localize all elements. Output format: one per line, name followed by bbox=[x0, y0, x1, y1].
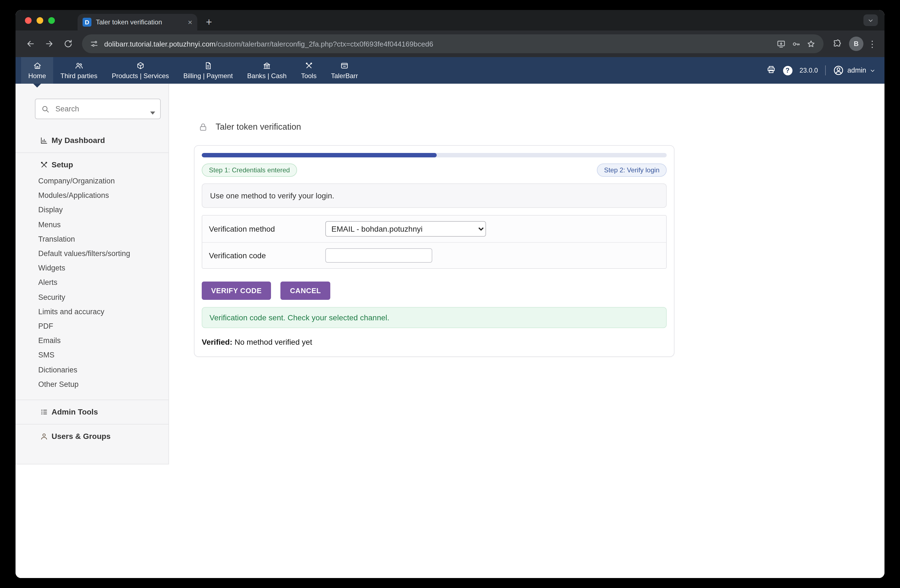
sidebar-link-other-setup[interactable]: Other Setup bbox=[16, 377, 169, 392]
nav-divider bbox=[825, 65, 826, 75]
search-dropdown-caret-icon[interactable] bbox=[150, 108, 155, 116]
progress-bar bbox=[202, 153, 667, 157]
method-label: Verification method bbox=[209, 225, 325, 233]
tab-search-chevron-icon[interactable] bbox=[863, 14, 878, 26]
tab-close-icon[interactable]: × bbox=[188, 18, 192, 26]
sidebar-link-widgets[interactable]: Widgets bbox=[16, 261, 169, 275]
button-row: VERIFY CODE CANCEL bbox=[202, 282, 667, 300]
sidebar-link-limits-accuracy[interactable]: Limits and accuracy bbox=[16, 305, 169, 319]
site-info-icon[interactable] bbox=[90, 39, 99, 48]
stage: D Taler token verification × + bbox=[0, 0, 900, 588]
success-message: Verification code sent. Check your selec… bbox=[202, 307, 667, 328]
sidebar-search[interactable] bbox=[35, 99, 161, 119]
tab-cast-icon[interactable] bbox=[776, 39, 786, 48]
sidebar-link-translation[interactable]: Translation bbox=[16, 232, 169, 247]
step1-badge: Step 1: Credentials entered bbox=[202, 163, 297, 177]
setup-tools-icon bbox=[40, 160, 48, 169]
user-menu[interactable]: admin bbox=[833, 65, 876, 76]
browser-toolbar: dolibarr.tutorial.taler.potuzhnyi.com/cu… bbox=[16, 31, 884, 57]
topnav-billing-payment[interactable]: Billing | Payment bbox=[176, 57, 240, 84]
bookmark-star-icon[interactable] bbox=[806, 39, 816, 48]
chevron-down-icon bbox=[869, 67, 876, 73]
sidebar-link-alerts[interactable]: Alerts bbox=[16, 276, 169, 290]
topnav-talerbarr[interactable]: TalerBarr bbox=[324, 57, 365, 84]
table-row-method: Verification method EMAIL - bohdan.potuz… bbox=[202, 216, 666, 242]
sidebar-item-setup[interactable]: Setup bbox=[16, 160, 169, 169]
url-host: dolibarr.tutorial.taler.potuzhnyi.com bbox=[104, 40, 216, 48]
extensions-puzzle-icon[interactable] bbox=[828, 34, 847, 53]
user-icon bbox=[40, 432, 48, 440]
sidebar-section-admin-tools: Admin Tools bbox=[16, 400, 169, 424]
topnav-home[interactable]: Home bbox=[21, 57, 53, 84]
search-input[interactable] bbox=[54, 104, 146, 113]
bank-icon bbox=[263, 61, 271, 70]
minimize-window-button[interactable] bbox=[37, 17, 43, 24]
verification-code-input[interactable] bbox=[325, 248, 432, 263]
verify-code-button[interactable]: VERIFY CODE bbox=[202, 282, 271, 300]
sidebar-link-modules-applications[interactable]: Modules/Applications bbox=[16, 188, 169, 203]
talerbarr-icon bbox=[340, 61, 349, 70]
verified-value: No method verified yet bbox=[235, 338, 312, 346]
info-message: Use one method to verify your login. bbox=[202, 183, 667, 208]
reload-icon[interactable] bbox=[59, 34, 78, 53]
tab-title: Taler token verification bbox=[96, 18, 183, 26]
forward-icon[interactable] bbox=[40, 34, 59, 53]
sidebar-item-admin-tools[interactable]: Admin Tools bbox=[16, 407, 169, 416]
maximize-window-button[interactable] bbox=[48, 17, 55, 24]
table-row-code: Verification code bbox=[202, 242, 666, 268]
sidebar-link-display[interactable]: Display bbox=[16, 203, 169, 217]
page-content: My Dashboard Setup Company/Organization … bbox=[16, 84, 884, 578]
sidebar-item-users-groups[interactable]: Users & Groups bbox=[16, 432, 169, 441]
user-name: admin bbox=[847, 67, 866, 74]
window-controls bbox=[25, 17, 55, 24]
tab-strip: D Taler token verification × + bbox=[16, 10, 884, 31]
step2-badge: Step 2: Verify login bbox=[597, 163, 667, 177]
verification-card: Step 1: Credentials entered Step 2: Veri… bbox=[194, 145, 675, 357]
new-tab-button[interactable]: + bbox=[202, 15, 216, 29]
page-title: Taler token verification bbox=[216, 122, 301, 132]
sidebar-section-setup: Setup Company/Organization Modules/Appli… bbox=[16, 152, 169, 400]
verification-form: Verification method EMAIL - bohdan.potuz… bbox=[202, 215, 667, 269]
browser-tab[interactable]: D Taler token verification × bbox=[78, 14, 197, 31]
home-icon bbox=[33, 61, 41, 70]
sidebar-link-security[interactable]: Security bbox=[16, 290, 169, 304]
sidebar-link-dictionaries[interactable]: Dictionaries bbox=[16, 363, 169, 377]
user-avatar-icon bbox=[833, 65, 844, 76]
sidebar-link-menus[interactable]: Menus bbox=[16, 217, 169, 232]
cancel-button[interactable]: CANCEL bbox=[281, 282, 330, 300]
sidebar-link-emails[interactable]: Emails bbox=[16, 334, 169, 348]
topnav-third-parties[interactable]: Third parties bbox=[53, 57, 104, 84]
print-icon[interactable] bbox=[766, 65, 776, 76]
sidebar-section-dashboard: My Dashboard bbox=[16, 119, 169, 152]
close-window-button[interactable] bbox=[25, 17, 32, 24]
verified-label: Verified: bbox=[202, 338, 233, 346]
browser-window: D Taler token verification × + bbox=[16, 10, 884, 578]
address-bar[interactable]: dolibarr.tutorial.taler.potuzhnyi.com/cu… bbox=[82, 34, 824, 53]
method-select[interactable]: EMAIL - bohdan.potuzhnyi bbox=[325, 221, 486, 237]
invoice-icon bbox=[204, 61, 212, 70]
topnav-banks-cash[interactable]: Banks | Cash bbox=[240, 57, 294, 84]
setup-links: Company/Organization Modules/Application… bbox=[16, 174, 169, 392]
password-key-icon[interactable] bbox=[791, 39, 801, 48]
sidebar-link-default-values[interactable]: Default values/filters/sorting bbox=[16, 247, 169, 261]
topnav-tools[interactable]: Tools bbox=[294, 57, 324, 84]
third-parties-icon bbox=[75, 61, 83, 70]
version-label: 23.0.0 bbox=[799, 67, 818, 74]
back-icon[interactable] bbox=[21, 34, 40, 53]
topnav-products-services[interactable]: Products | Services bbox=[104, 57, 176, 84]
steps-row: Step 1: Credentials entered Step 2: Veri… bbox=[202, 163, 667, 177]
help-icon[interactable]: ? bbox=[783, 66, 792, 75]
profile-avatar[interactable]: B bbox=[849, 37, 863, 51]
url-text: dolibarr.tutorial.taler.potuzhnyi.com/cu… bbox=[104, 40, 771, 48]
verified-status: Verified:No method verified yet bbox=[202, 338, 667, 346]
sidebar-link-sms[interactable]: SMS bbox=[16, 348, 169, 363]
browser-menu-icon[interactable]: ⋮ bbox=[866, 39, 879, 49]
url-path: /custom/talerbarr/talerconfig_2fa.php?ct… bbox=[216, 40, 433, 48]
sidebar-item-my-dashboard[interactable]: My Dashboard bbox=[16, 136, 169, 145]
tab-favicon-icon: D bbox=[82, 18, 92, 26]
topnav-right: ? 23.0.0 admin bbox=[766, 57, 884, 84]
sidebar-link-company-organization[interactable]: Company/Organization bbox=[16, 174, 169, 188]
admin-list-icon bbox=[40, 408, 48, 416]
sidebar-link-pdf[interactable]: PDF bbox=[16, 319, 169, 334]
lock-icon bbox=[199, 122, 208, 132]
